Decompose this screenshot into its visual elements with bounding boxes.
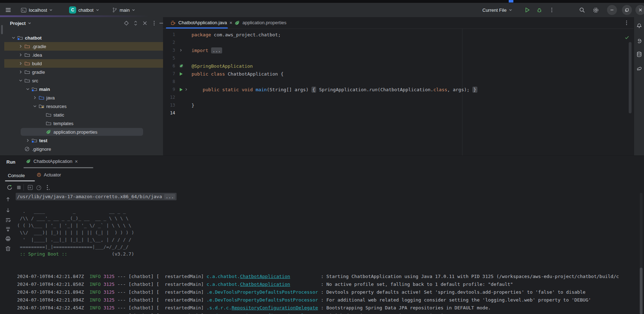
- tree-expand-arrow[interactable]: [17, 52, 24, 58]
- code-line-2[interactable]: 2: [163, 38, 634, 46]
- console-options-button[interactable]: [44, 184, 51, 191]
- log-logger-link[interactable]: ChatbotApplication: [240, 274, 290, 279]
- settings-button[interactable]: [592, 3, 599, 17]
- tree-expand-arrow[interactable]: [17, 78, 24, 83]
- run-configuration-selector[interactable]: Current File: [482, 3, 512, 17]
- code-token: SpringApplication.: [316, 87, 369, 92]
- code-token: [208, 48, 211, 53]
- scroll-up-icon[interactable]: [5, 196, 11, 202]
- code-line-9[interactable]: 9 public static void main(String[] args)…: [163, 86, 634, 93]
- scroll-to-end-icon[interactable]: [5, 226, 11, 232]
- search-everywhere-button[interactable]: [579, 3, 585, 17]
- console-scrollbar-thumb[interactable]: [640, 268, 643, 314]
- actuator-tab[interactable]: Actuator: [36, 172, 61, 177]
- tree-item-idea[interactable]: .idea: [4, 51, 163, 59]
- rerun-button[interactable]: [6, 184, 13, 191]
- inspections-ok-icon[interactable]: [624, 35, 629, 40]
- tree-item-java[interactable]: java: [4, 93, 163, 102]
- tree-expand-arrow[interactable]: [24, 138, 31, 143]
- log-logger-link[interactable]: RepositoryConfigurationDelegate: [232, 305, 318, 310]
- tree-item-label: chatbot: [25, 35, 42, 41]
- project-title[interactable]: Project: [10, 21, 31, 26]
- open-in-editor-button[interactable]: [27, 184, 33, 191]
- endpoints-gauge-button[interactable]: [36, 184, 42, 191]
- tree-item-main[interactable]: main: [4, 85, 163, 93]
- run-target-widget[interactable]: localhost: [21, 3, 53, 17]
- tree-item-templates[interactable]: templates: [4, 119, 163, 128]
- tree-item-gradle[interactable]: gradle: [4, 68, 163, 76]
- code-line-5[interactable]: 5: [163, 54, 634, 62]
- code-line-1[interactable]: 1package com.aws_project.chatbot;: [163, 31, 634, 38]
- console-tab[interactable]: Console: [8, 173, 25, 178]
- tree-expand-arrow[interactable]: [17, 61, 24, 66]
- clear-console-icon[interactable]: [5, 246, 11, 252]
- fold-chevron-icon[interactable]: [184, 87, 188, 92]
- code-line-6[interactable]: 6@SpringBootApplication: [163, 62, 634, 70]
- scroll-down-icon[interactable]: [5, 207, 11, 213]
- fold-chevron-icon[interactable]: [179, 48, 183, 52]
- minimize-button[interactable]: [607, 5, 617, 15]
- tool-window-options-icon[interactable]: [151, 20, 157, 26]
- log-level: INFO: [90, 297, 101, 303]
- tab-close-icon[interactable]: ×: [230, 20, 232, 25]
- tree-expand-arrow[interactable]: [17, 69, 24, 75]
- tab-chatbotapplication-java[interactable]: ChatbotApplication.java ×: [170, 17, 232, 28]
- editor-scrollbar[interactable]: [629, 42, 632, 113]
- run-gutter-icon[interactable]: [179, 87, 183, 92]
- stop-button[interactable]: [16, 184, 22, 191]
- hide-tool-window-icon[interactable]: [158, 20, 163, 26]
- run-tab-close-icon[interactable]: ×: [75, 159, 78, 164]
- editor-area[interactable]: ChatbotApplication.java × application.pr…: [163, 17, 634, 155]
- tree-item-src[interactable]: src: [4, 76, 163, 85]
- tree-item-gitignore[interactable]: .gitignore: [4, 145, 163, 153]
- debug-button[interactable]: [536, 3, 543, 17]
- tree-expand-arrow[interactable]: [10, 35, 17, 41]
- tree-expand-arrow[interactable]: [17, 43, 24, 49]
- log-pid: 3125: [104, 289, 115, 295]
- more-run-actions-button[interactable]: [549, 3, 555, 17]
- gradle-tool-icon[interactable]: [636, 66, 642, 72]
- run-tab-chatbotapplication[interactable]: ChatbotApplication ×: [26, 159, 78, 164]
- tree-item-build[interactable]: build: [4, 59, 163, 68]
- code-line-7[interactable]: 7public class ChatbotApplication {: [163, 70, 634, 78]
- log-logger-link[interactable]: ChatbotApplication: [240, 282, 290, 287]
- tree-item-test[interactable]: test: [4, 136, 163, 145]
- notifications-bell-icon[interactable]: [636, 23, 642, 29]
- locate-file-icon[interactable]: [124, 20, 129, 26]
- code-editor[interactable]: 1package com.aws_project.chatbot;23impor…: [163, 31, 634, 117]
- code-line-14[interactable]: 14: [163, 109, 634, 117]
- run-tab-label: ChatbotApplication: [33, 159, 72, 164]
- tree-expand-arrow[interactable]: [31, 95, 38, 101]
- collapse-all-icon[interactable]: [142, 20, 148, 26]
- maximize-button[interactable]: [622, 5, 632, 15]
- tree-item-chatbot[interactable]: chatbot: [4, 34, 163, 42]
- project-stripe-indicator[interactable]: [1, 25, 3, 34]
- tree-expand-arrow[interactable]: [24, 86, 31, 92]
- run-gutter-icon[interactable]: [179, 72, 183, 76]
- run-button[interactable]: [524, 3, 530, 17]
- soft-wrap-icon[interactable]: [5, 217, 11, 223]
- database-tool-icon[interactable]: [636, 51, 642, 57]
- print-icon[interactable]: [5, 236, 11, 242]
- spring-bean-gutter-icon[interactable]: [179, 63, 184, 68]
- tree-expand-arrow[interactable]: [31, 103, 38, 109]
- spring-tool-icon[interactable]: [636, 37, 642, 43]
- project-widget[interactable]: C chatbot: [69, 3, 99, 17]
- tree-item-application-properties[interactable]: application.properties: [4, 128, 163, 136]
- console-command-line[interactable]: /usr/lib/jvm/java-17-amazon-corretto.x86…: [16, 193, 177, 200]
- editor-tab-options[interactable]: [624, 17, 629, 28]
- code-line-12[interactable]: 12: [163, 93, 634, 101]
- tree-item-gradle[interactable]: .gradle: [4, 42, 163, 51]
- tab-application-properties[interactable]: application.properties: [234, 17, 287, 28]
- main-menu-button[interactable]: [5, 3, 11, 17]
- code-line-8[interactable]: 8: [163, 78, 634, 86]
- close-button[interactable]: [635, 5, 644, 15]
- code-line-13[interactable]: 13}: [163, 101, 634, 109]
- vcs-branch-widget[interactable]: main: [112, 3, 135, 17]
- expand-collapse-icon[interactable]: [133, 20, 138, 26]
- branch-name: main: [120, 7, 130, 13]
- tree-item-static[interactable]: static: [4, 110, 163, 119]
- tree-item-resources[interactable]: resources: [4, 102, 163, 110]
- command-folded-ellipsis[interactable]: ...: [164, 194, 175, 199]
- code-line-3[interactable]: 3import ...: [163, 46, 634, 54]
